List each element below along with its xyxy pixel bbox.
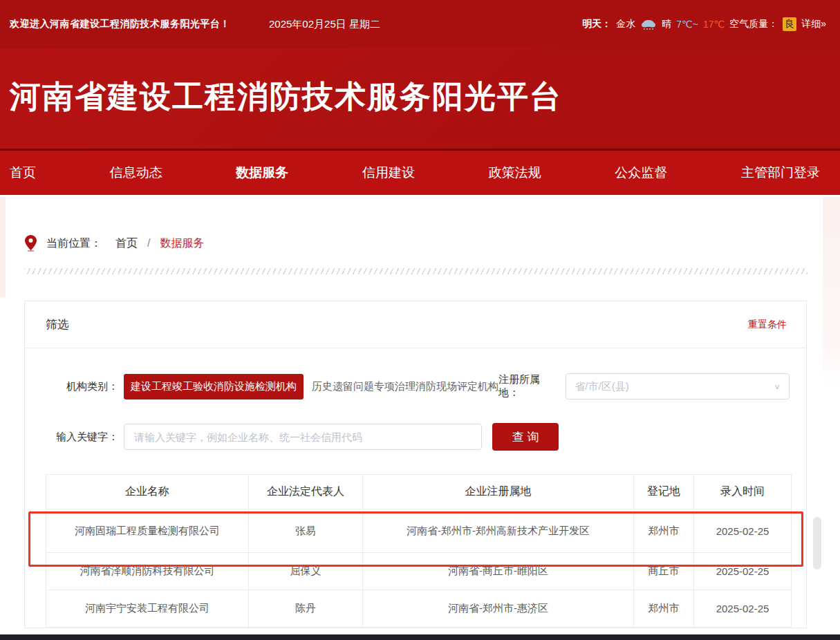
cell-entry-time: 2025-02-25 (694, 590, 792, 628)
category-label: 机构类别： (46, 380, 118, 393)
tomorrow-label: 明天： (582, 18, 611, 30)
top-bar: 欢迎进入河南省建设工程消防技术服务阳光平台！ 2025年02月25日 星期二 明… (0, 0, 840, 48)
weather-city: 金水 (616, 18, 635, 30)
welcome-text: 欢迎进入河南省建设工程消防技术服务阳光平台！ (10, 18, 230, 30)
category-filter-row: 机构类别： 建设工程竣工验收消防设施检测机构 历史遗留问题专项治理消防现场评定机… (46, 373, 790, 399)
page-title: 河南省建设工程消防技术服务阳光平台 (0, 76, 562, 117)
date-text: 2025年02月25日 星期二 (269, 18, 380, 31)
search-button[interactable]: 查 询 (492, 423, 559, 451)
col-header-address: 企业注册属地 (363, 475, 634, 509)
region-filter-group: 注册所属地： 省/市/区(县) ∨ (498, 373, 790, 399)
cell-company: 河南固瑞工程质量检测有限公司 (46, 509, 249, 553)
region-select-placeholder: 省/市/区(县) (575, 380, 774, 393)
weather-detail-link[interactable]: 详细» (801, 18, 826, 30)
nav-item-credit[interactable]: 信用建设 (362, 164, 415, 182)
cell-entry-time: 2025-02-25 (694, 553, 792, 590)
table-header-row: 企业名称 企业法定代表人 企业注册属地 登记地 录入时间 (46, 475, 792, 509)
cell-address: 河南省-商丘市-睢阳区 (363, 553, 634, 590)
region-select[interactable]: 省/市/区(县) ∨ (566, 373, 790, 399)
breadcrumb-separator: / (147, 237, 150, 250)
keyword-input[interactable] (124, 424, 482, 450)
site-header: 河南省建设工程消防技术服务阳光平台 (0, 48, 840, 151)
temp-high: 17℃ (703, 19, 725, 30)
nav-item-admin-login[interactable]: 主管部门登录 (741, 164, 820, 182)
col-header-registration: 登记地 (634, 475, 694, 509)
cell-company: 河南宇宁安装工程有限公司 (46, 590, 249, 628)
filter-card: 筛选 重置条件 机构类别： 建设工程竣工验收消防设施检测机构 历史遗留问题专项治… (24, 301, 807, 628)
cell-registration: 郑州市 (634, 509, 694, 553)
results-table: 企业名称 企业法定代表人 企业注册属地 登记地 录入时间 河南固瑞工程质量检测有… (46, 474, 792, 628)
breadcrumb-home[interactable]: 首页 (115, 236, 138, 251)
cell-representative: 陈丹 (249, 590, 363, 628)
nav-item-supervision[interactable]: 公众监督 (615, 164, 667, 182)
cell-address: 河南省-郑州市-郑州高新技术产业开发区 (363, 509, 634, 553)
location-pin-icon (25, 235, 37, 254)
weather-widget: 明天： 金水 晴 7℃~ 17℃ 空气质量： 良 详细» (582, 17, 826, 31)
table-row[interactable]: 河南宇宁安装工程有限公司 陈丹 河南省-郑州市-惠济区 郑州市 2025-02-… (46, 590, 792, 628)
cell-entry-time: 2025-02-25 (694, 509, 792, 553)
scrollbar-thumb[interactable] (813, 517, 821, 570)
reset-filters-link[interactable]: 重置条件 (748, 319, 787, 331)
keyword-filter-row: 输入关键字： 查 询 (46, 423, 790, 474)
nav-item-news[interactable]: 信息动态 (110, 164, 162, 182)
bottom-edge-bar (0, 634, 840, 640)
nav-item-data-service[interactable]: 数据服务 (236, 164, 288, 182)
breadcrumb-current[interactable]: 数据服务 (160, 236, 204, 251)
slash-divider (24, 268, 808, 274)
filter-title: 筛选 (46, 317, 69, 332)
weather-condition: 晴 (662, 18, 671, 30)
air-quality-badge: 良 (783, 17, 796, 31)
category-option-selected[interactable]: 建设工程竣工验收消防设施检测机构 (124, 374, 304, 399)
cloud-icon (640, 18, 657, 30)
table-row[interactable]: 河南固瑞工程质量检测有限公司 张易 河南省-郑州市-郑州高新技术产业开发区 郑州… (46, 509, 792, 553)
region-label: 注册所属地： (498, 373, 557, 399)
breadcrumb-label: 当前位置： (46, 236, 102, 251)
filter-card-header: 筛选 重置条件 (25, 301, 806, 348)
col-header-representative: 企业法定代表人 (249, 475, 363, 509)
main-nav: 首页 信息动态 数据服务 信用建设 政策法规 公众监督 主管部门登录 (0, 151, 840, 195)
keyword-label: 输入关键字： (46, 431, 118, 444)
air-quality-label: 空气质量： (729, 18, 778, 30)
cell-company: 河南省泽顺消防科技有限公司 (46, 553, 249, 590)
col-header-company: 企业名称 (46, 475, 249, 509)
col-header-entry-time: 录入时间 (694, 475, 792, 509)
temp-low: 7℃~ (676, 19, 698, 30)
table-row[interactable]: 河南省泽顺消防科技有限公司 屈保义 河南省-商丘市-睢阳区 商丘市 2025-0… (46, 553, 792, 590)
cell-representative: 屈保义 (249, 553, 363, 590)
left-edge-tint (0, 197, 6, 297)
cell-address: 河南省-郑州市-惠济区 (363, 590, 634, 628)
cell-registration: 郑州市 (634, 590, 694, 628)
category-option-other[interactable]: 历史遗留问题专项治理消防现场评定机构 (312, 380, 498, 393)
filter-card-body: 机构类别： 建设工程竣工验收消防设施检测机构 历史遗留问题专项治理消防现场评定机… (25, 348, 806, 628)
nav-item-policy[interactable]: 政策法规 (489, 164, 541, 182)
right-edge-tint (823, 197, 840, 387)
breadcrumb: 当前位置： 首页 / 数据服务 (25, 234, 840, 253)
cell-representative: 张易 (249, 509, 363, 553)
chevron-down-icon: ∨ (774, 382, 781, 390)
nav-item-home[interactable]: 首页 (10, 164, 36, 182)
cell-registration: 商丘市 (634, 553, 694, 590)
